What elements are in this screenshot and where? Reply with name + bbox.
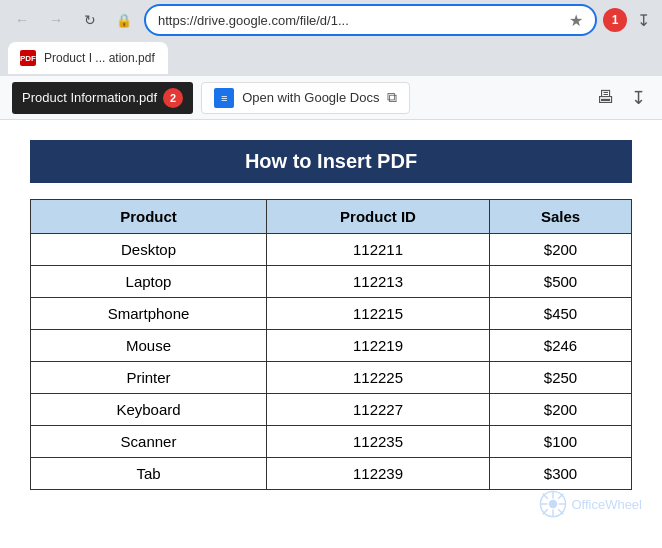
table-row: Smartphone112215$450: [31, 298, 632, 330]
table-cell-5-0: Keyboard: [31, 394, 267, 426]
table-cell-7-2: $300: [490, 458, 632, 490]
table-row: Scanner112235$100: [31, 426, 632, 458]
table-cell-6-2: $100: [490, 426, 632, 458]
table-cell-1-0: Laptop: [31, 266, 267, 298]
pdf-content: How to Insert PDF Product Product ID Sal…: [0, 120, 662, 548]
address-bar-input[interactable]: https://drive.google.com/file/d/1...: [158, 13, 563, 28]
table-cell-0-1: 112211: [267, 234, 490, 266]
table-cell-5-1: 112227: [267, 394, 490, 426]
table-cell-3-0: Mouse: [31, 330, 267, 362]
toolbar: Product Information.pdf 2 ≡ Open with Go…: [0, 76, 662, 120]
table-cell-2-2: $450: [490, 298, 632, 330]
pdf-title: How to Insert PDF: [30, 140, 632, 183]
open-with-export-icon[interactable]: ⧉: [387, 89, 397, 106]
forward-button[interactable]: →: [42, 6, 70, 34]
svg-line-8: [559, 494, 564, 499]
col-header-product: Product: [31, 200, 267, 234]
tooltip-filename: Product Information.pdf: [22, 90, 157, 105]
watermark-icon: [539, 490, 567, 518]
refresh-button[interactable]: ↻: [76, 6, 104, 34]
svg-point-1: [549, 500, 557, 508]
table-cell-0-2: $200: [490, 234, 632, 266]
table-cell-5-2: $200: [490, 394, 632, 426]
tooltip-box[interactable]: Product Information.pdf 2: [12, 82, 193, 114]
table-cell-4-1: 112225: [267, 362, 490, 394]
table-cell-2-1: 112215: [267, 298, 490, 330]
file-tooltip: Product Information.pdf 2: [12, 82, 193, 114]
svg-point-0: [541, 491, 566, 516]
tab-favicon: PDF: [20, 50, 36, 66]
toolbar-download-button[interactable]: ↧: [627, 83, 650, 113]
browser-download-button[interactable]: ↧: [633, 7, 654, 34]
table-cell-7-1: 112239: [267, 458, 490, 490]
watermark-text: OfficeWheel: [571, 497, 642, 512]
tab-bar: PDF Product I ... ation.pdf: [0, 40, 662, 76]
svg-line-7: [559, 509, 564, 514]
open-with-google-docs-button[interactable]: ≡ Open with Google Docs ⧉: [201, 82, 410, 114]
svg-line-6: [543, 494, 548, 499]
table-cell-0-0: Desktop: [31, 234, 267, 266]
tooltip-badge: 2: [163, 88, 183, 108]
table-cell-6-1: 112235: [267, 426, 490, 458]
table-row: Printer112225$250: [31, 362, 632, 394]
profile-badge[interactable]: 1: [603, 8, 627, 32]
table-cell-7-0: Tab: [31, 458, 267, 490]
address-bar-container: https://drive.google.com/file/d/1... ★: [144, 4, 597, 36]
nav-bar: ← → ↻ 🔒 https://drive.google.com/file/d/…: [0, 0, 662, 40]
print-button[interactable]: 🖶: [593, 83, 619, 112]
table-cell-1-2: $500: [490, 266, 632, 298]
google-docs-icon: ≡: [214, 88, 234, 108]
table-cell-1-1: 112213: [267, 266, 490, 298]
table-row: Keyboard112227$200: [31, 394, 632, 426]
security-icon: 🔒: [110, 6, 138, 34]
svg-line-9: [543, 509, 548, 514]
table-cell-4-2: $250: [490, 362, 632, 394]
table-row: Desktop112211$200: [31, 234, 632, 266]
table-cell-2-0: Smartphone: [31, 298, 267, 330]
product-table: Product Product ID Sales Desktop112211$2…: [30, 199, 632, 490]
col-header-product-id: Product ID: [267, 200, 490, 234]
table-row: Tab112239$300: [31, 458, 632, 490]
tab-title: Product I ... ation.pdf: [44, 51, 156, 65]
table-cell-4-0: Printer: [31, 362, 267, 394]
col-header-sales: Sales: [490, 200, 632, 234]
watermark: OfficeWheel: [539, 490, 642, 518]
table-cell-3-1: 112219: [267, 330, 490, 362]
open-with-label: Open with Google Docs: [242, 90, 379, 105]
bookmark-star-icon[interactable]: ★: [569, 11, 583, 30]
table-row: Laptop112213$500: [31, 266, 632, 298]
table-row: Mouse112219$246: [31, 330, 632, 362]
table-cell-6-0: Scanner: [31, 426, 267, 458]
table-cell-3-2: $246: [490, 330, 632, 362]
active-tab[interactable]: PDF Product I ... ation.pdf: [8, 42, 168, 74]
table-header-row: Product Product ID Sales: [31, 200, 632, 234]
back-button[interactable]: ←: [8, 6, 36, 34]
